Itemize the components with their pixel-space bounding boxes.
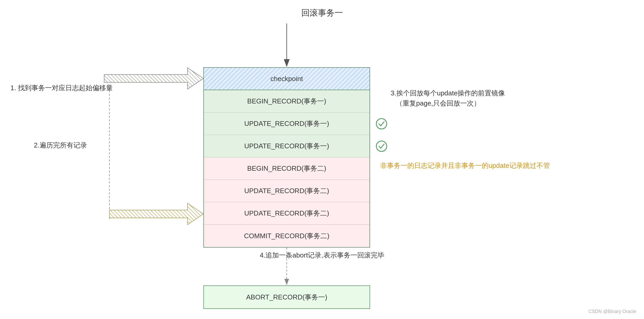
log-row-update2a: UPDATE_RECORD(事务二) [204,180,370,202]
svg-point-0 [376,119,387,129]
right-label-skip: 非事务一的日志记录并且非事务一的update记录跳过不管 [380,161,550,170]
check-icon-2 [375,140,388,152]
log-row-commit2: COMMIT_RECORD(事务二) [204,225,370,247]
abort-box: ABORT_RECORD(事务一) [203,285,370,309]
top-label: 回滚事务一 [301,7,343,19]
log-row-update2b: UPDATE_RECORD(事务二) [204,202,370,225]
left-label-2: 2.遍历完所有记录 [34,141,87,150]
log-row-update1a: UPDATE_RECORD(事务一) [204,113,370,135]
log-row-checkpoint: checkpoint [204,68,370,90]
svg-point-1 [376,141,387,151]
left-arrow-2 [109,203,203,225]
watermark: CSDN @Binary Oracle [589,309,636,314]
log-row-begin1: BEGIN_RECORD(事务一) [204,90,370,113]
bottom-label: 4.追加一条abort记录,表示事务一回滚完毕 [260,251,384,260]
log-row-update1b: UPDATE_RECORD(事务一) [204,135,370,157]
left-label-1: 1. 找到事务一对应日志起始偏移量 [10,83,113,93]
right-label-3: 3.挨个回放每个update操作的前置镜像 （重复page,只会回放一次） [391,88,505,108]
log-box: checkpoint BEGIN_RECORD(事务一) UPDATE_RECO… [203,67,370,248]
svg-marker-10 [109,203,203,225]
log-row-begin2: BEGIN_RECORD(事务二) [204,157,370,180]
left-arrow-1 [104,68,203,89]
check-icon-1 [375,118,388,130]
diagram-container: 回滚事务一 checkpoint BEGIN_RECORD(事务一) UPDAT… [0,0,644,319]
svg-marker-7 [104,68,203,89]
